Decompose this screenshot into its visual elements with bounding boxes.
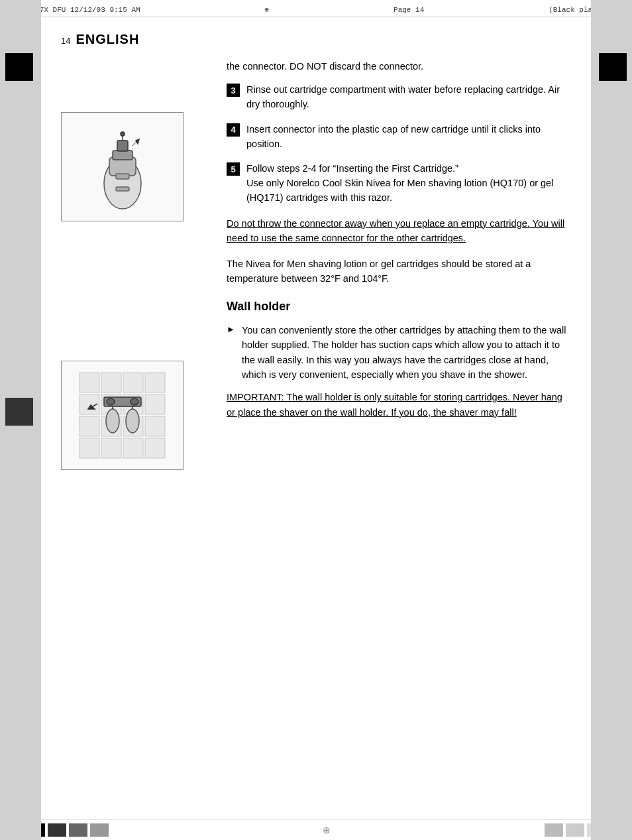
important-note: IMPORTANT: The wall holder is only suita… bbox=[227, 390, 571, 420]
black-square-mid-left bbox=[5, 398, 33, 426]
col-right: the connector. DO NOT discard the connec… bbox=[220, 59, 571, 483]
swatch-mid bbox=[69, 823, 87, 837]
spacer-mid bbox=[61, 235, 207, 361]
bullet-text: You can conveniently store the other car… bbox=[242, 323, 571, 383]
black-square-top-right bbox=[599, 53, 627, 81]
step-5-text: Follow steps 2-4 for “Inserting the Firs… bbox=[246, 162, 571, 205]
svg-rect-2 bbox=[113, 150, 132, 160]
spacer-top bbox=[61, 59, 207, 112]
page-label: Page 14 bbox=[394, 6, 424, 14]
main-content: 14 ENGLISH bbox=[41, 17, 591, 483]
svg-point-27 bbox=[107, 398, 115, 405]
swatch-light-gray bbox=[545, 823, 563, 837]
svg-rect-23 bbox=[101, 438, 121, 458]
svg-marker-9 bbox=[136, 139, 139, 144]
svg-rect-7 bbox=[116, 187, 129, 191]
bullet-wall-holder: ► You can conveniently store the other c… bbox=[227, 323, 571, 383]
step-3-num: 3 bbox=[227, 84, 240, 97]
file-info: 7737X DFU 12/12/03 9:15 AM bbox=[26, 6, 140, 14]
svg-point-31 bbox=[126, 409, 139, 433]
svg-point-5 bbox=[121, 132, 125, 136]
reg-mark-header: ⊕ bbox=[265, 5, 270, 14]
step-3: 3 Rinse out cartridge compartment with w… bbox=[227, 83, 571, 112]
svg-rect-21 bbox=[145, 416, 165, 436]
intro-text: the connector. DO NOT discard the connec… bbox=[227, 59, 571, 74]
step-3-text: Rinse out cartridge compartment with wat… bbox=[246, 83, 571, 112]
illustration-shaver bbox=[61, 112, 184, 221]
storage-note: The Nivea for Men shaving lotion or gel … bbox=[227, 257, 571, 286]
svg-rect-25 bbox=[145, 438, 165, 458]
bottom-footer: ⊕ bbox=[0, 819, 632, 840]
swatch-lighter bbox=[566, 823, 584, 837]
page-title-row: 14 ENGLISH bbox=[61, 17, 571, 59]
svg-rect-11 bbox=[101, 373, 121, 392]
page-number: 14 bbox=[61, 36, 70, 46]
col-left bbox=[61, 59, 220, 483]
content-layout: the connector. DO NOT discard the connec… bbox=[61, 59, 571, 483]
svg-rect-10 bbox=[79, 373, 99, 392]
step-5: 5 Follow steps 2-4 for “Inserting the Fi… bbox=[227, 162, 571, 205]
note-connector: Do not throw the connector away when you… bbox=[227, 216, 571, 246]
step-4-num: 4 bbox=[227, 123, 240, 137]
svg-rect-3 bbox=[117, 141, 128, 151]
svg-rect-12 bbox=[123, 373, 143, 392]
page-header: 7737X DFU 12/12/03 9:15 AM ⊕ Page 14 (Bl… bbox=[0, 0, 632, 17]
wall-holder-heading: Wall holder bbox=[227, 300, 571, 314]
section-title: ENGLISH bbox=[76, 32, 139, 47]
shaver-svg bbox=[76, 121, 169, 213]
svg-rect-6 bbox=[116, 174, 129, 179]
swatch-gray bbox=[90, 823, 109, 837]
black-square-top-left bbox=[5, 53, 33, 81]
svg-rect-13 bbox=[145, 373, 165, 392]
svg-rect-18 bbox=[79, 416, 99, 436]
page-container: ⊕ ⊕ ⊕ ⊕ ⊕ ⊕ 7737X DFU 12/12/03 9:15 AM ⊕… bbox=[0, 0, 632, 840]
sidebar-right bbox=[591, 0, 632, 840]
step-5-num: 5 bbox=[227, 162, 240, 176]
svg-rect-22 bbox=[79, 438, 99, 458]
svg-point-28 bbox=[131, 398, 138, 405]
step-4: 4 Insert connector into the plastic cap … bbox=[227, 123, 571, 152]
reg-mark-footer: ⊕ bbox=[323, 825, 331, 835]
bullet-icon: ► bbox=[227, 324, 235, 334]
illustration-wall-holder bbox=[61, 361, 184, 470]
svg-rect-17 bbox=[145, 394, 165, 414]
svg-rect-24 bbox=[123, 438, 143, 458]
swatch-dark bbox=[48, 823, 66, 837]
svg-point-29 bbox=[106, 409, 119, 433]
step-4-text: Insert connector into the plastic cap of… bbox=[246, 123, 571, 152]
sidebar-left bbox=[0, 0, 41, 840]
wall-holder-svg bbox=[76, 369, 169, 462]
